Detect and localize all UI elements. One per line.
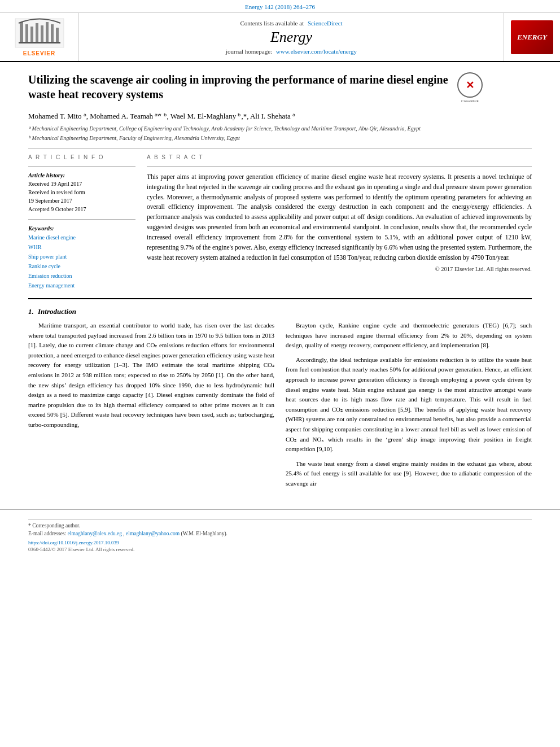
svg-rect-4 (36, 23, 38, 42)
email-label: E-mail addresses: (28, 531, 66, 536)
affiliation-b: ᵇ Mechanical Engineering Department, Fac… (28, 134, 532, 142)
section-name: Introduction (38, 307, 76, 316)
abstract-divider (147, 166, 532, 167)
crossmark-icon: ✕ (466, 79, 474, 91)
body-two-col: Maritime transport, an essential contrib… (28, 321, 532, 493)
contents-label: Contents lists available at (240, 20, 304, 27)
copyright: © 2017 Elsevier Ltd. All rights reserved… (147, 266, 532, 272)
intro-para-right-1: Brayton cycle, Rankine engine cycle and … (286, 321, 532, 351)
email-1-link[interactable]: elmaghlany@alex.edu.eg (68, 531, 122, 536)
svg-rect-6 (46, 22, 49, 42)
abstract-col: A B S T R A C T This paper aims at impro… (147, 154, 532, 290)
publisher-logo-area: ELSEVIER (0, 13, 79, 61)
intro-para-1: Maritime transport, an essential contrib… (28, 321, 274, 430)
elsevier-logo-svg (14, 18, 65, 49)
intro-para-right-2: Accordingly, the ideal technique availab… (286, 355, 532, 455)
svg-rect-2 (25, 24, 28, 42)
svg-rect-5 (41, 25, 43, 42)
info-divider (28, 166, 135, 167)
keyword-2[interactable]: WHR (28, 244, 41, 250)
keyword-6[interactable]: Energy management (28, 282, 75, 289)
journal-homepage: journal homepage: www.elsevier.com/locat… (226, 48, 357, 55)
article-title: Utilizing the scavenge air cooling in im… (28, 72, 452, 102)
energy-logo: ENERGY (511, 20, 553, 54)
top-bar: Energy 142 (2018) 264–276 (0, 0, 560, 13)
svg-rect-3 (30, 27, 33, 42)
keyword-5[interactable]: Emission reduction (28, 273, 72, 279)
journal-ref: Energy 142 (2018) 264–276 (245, 3, 315, 10)
footer-divider (28, 519, 532, 519)
corresponding-author: * Corresponding author. (28, 522, 532, 530)
elsevier-logo: ELSEVIER (14, 18, 65, 56)
svg-rect-8 (56, 28, 59, 42)
intro-para-right-3: The waste heat energy from a diesel engi… (286, 459, 532, 489)
received-date: Received 19 April 2017 Received in revis… (28, 180, 135, 213)
journal-logo-area: ENERGY (504, 13, 560, 61)
crossmark-badge[interactable]: ✕ CrossMark (457, 72, 483, 98)
svg-rect-9 (19, 42, 60, 43)
keywords-divider (28, 219, 135, 220)
svg-rect-7 (51, 24, 54, 42)
keyword-3[interactable]: Ship power plant (28, 254, 67, 260)
issn-line: 0360-5442/© 2017 Elsevier Ltd. All right… (28, 547, 532, 552)
doi-link[interactable]: https://doi.org/10.1016/j.energy.2017.10… (28, 540, 119, 545)
elsevier-text: ELSEVIER (23, 50, 55, 56)
abstract-heading: A B S T R A C T (147, 154, 532, 160)
journal-header: ELSEVIER Contents lists available at Sci… (0, 13, 560, 62)
introduction-section: 1. Introduction Maritime transport, an e… (28, 307, 532, 493)
corresponding-label: * Corresponding author. (28, 523, 80, 528)
journal-title: Energy (270, 29, 312, 46)
page-wrapper: Energy 142 (2018) 264–276 (0, 0, 560, 556)
abstract-text: This paper aims at improving power gener… (147, 172, 532, 263)
affiliation-a: ᵃ Mechanical Engineering Department, Col… (28, 124, 532, 133)
email-suffix: (W.M. El-Maghlany). (181, 531, 228, 536)
article-info-abstract: A R T I C L E I N F O Article history: R… (28, 154, 532, 290)
body-divider (28, 298, 532, 299)
homepage-label: journal homepage: (226, 48, 272, 55)
divider-1 (28, 148, 532, 148)
body-col-right: Brayton cycle, Rankine engine cycle and … (286, 321, 532, 493)
history-label: Article history: (28, 172, 135, 178)
keyword-4[interactable]: Rankine cycle (28, 263, 60, 269)
section-number: 1. (28, 307, 34, 316)
keyword-1[interactable]: Marine diesel engine (28, 234, 76, 241)
journal-header-center: Contents lists available at ScienceDirec… (79, 13, 504, 61)
keywords-label: Keywords: (28, 225, 135, 231)
doi-line: https://doi.org/10.1016/j.energy.2017.10… (28, 540, 532, 545)
science-direct-link[interactable]: ScienceDirect (308, 20, 343, 27)
article-content: Utilizing the scavenge air cooling in im… (0, 62, 560, 504)
article-info-col: A R T I C L E I N F O Article history: R… (28, 154, 135, 290)
footer: * Corresponding author. E-mail addresses… (0, 509, 560, 556)
email-line: E-mail addresses: elmaghlany@alex.edu.eg… (28, 530, 532, 538)
section-title: 1. Introduction (28, 307, 532, 316)
affiliations: ᵃ Mechanical Engineering Department, Col… (28, 124, 532, 142)
authors-line: Mohamed T. Mito ᵃ, Mohamed A. Teamah ᵃʷ … (28, 112, 532, 121)
svg-rect-1 (20, 22, 23, 42)
body-col-left: Maritime transport, an essential contrib… (28, 321, 274, 493)
contents-available-line: Contents lists available at ScienceDirec… (240, 20, 342, 27)
homepage-link[interactable]: www.elsevier.com/locate/energy (276, 48, 357, 55)
keywords-list: Marine diesel engine WHR Ship power plan… (28, 233, 135, 290)
email-2-link[interactable]: elmaghlany@yahoo.com (126, 531, 180, 536)
authors-text: Mohamed T. Mito ᵃ, Mohamed A. Teamah ᵃʷ … (28, 112, 295, 120)
article-info-heading: A R T I C L E I N F O (28, 154, 135, 160)
